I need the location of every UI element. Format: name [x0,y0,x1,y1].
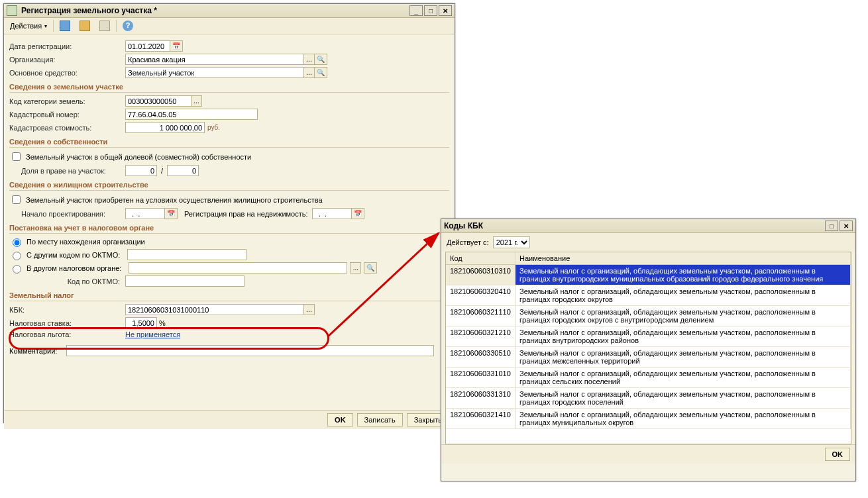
rate-label: Налоговая ставка: [9,319,125,327]
reg-rights-picker[interactable]: 📅 [351,208,364,219]
footer: OK Записать Закрыть [4,410,455,429]
benefit-link[interactable]: Не применяется [125,330,180,338]
cell-name: Земельный налог с организаций, обладающи… [515,347,851,367]
asset-open-button[interactable]: 🔍 [314,67,327,78]
grid-header: Код Наименование [446,252,851,265]
tax-authority-open-button[interactable]: 🔍 [364,262,377,274]
asset-label: Основное средство: [9,69,125,77]
taxreg-label-1: По месту нахождения организации [27,238,145,246]
form-body: Дата регистрации: 📅 Организация: ... 🔍 О… [4,34,455,410]
comment-label: Комментарий: [9,347,66,355]
table-row[interactable]: 18210606032​1210Земельный налог с органи… [446,326,851,347]
design-start-label: Начало проектирования: [9,210,125,218]
reg-rights-input[interactable] [312,208,352,219]
section-tax-registration: Постановка на учет в налоговом органе [9,224,449,234]
kbk-select-button[interactable]: ... [303,304,315,315]
help-button[interactable]: ? [119,19,136,33]
refresh-button[interactable] [76,19,93,33]
registration-window: Регистрация земельного участка * _ □ ✕ Д… [3,3,455,423]
table-row[interactable]: 18210606033​0510Земельный налог с органи… [446,347,851,368]
filter-row: Действует с: 2021 г. [441,233,855,252]
tax-authority-select-button[interactable]: ... [350,262,361,274]
oktmo-label: Код по ОКТМО: [9,277,125,285]
share-label: Доля в праве на участок: [9,167,125,175]
date-input[interactable] [125,40,170,52]
cell-name: Земельный налог с организаций, обладающи… [515,368,851,387]
shared-ownership-checkbox[interactable] [12,152,21,161]
org-input[interactable] [125,54,304,65]
cat-code-select-button[interactable]: ... [191,95,202,107]
date-picker-button[interactable]: 📅 [170,40,183,52]
kbk-maximize-button[interactable]: □ [825,221,838,231]
percent-label: % [159,319,166,327]
save-button[interactable] [56,19,74,33]
benefit-label: Налоговая льгота: [9,330,125,338]
cell-name: Земельный налог с организаций, обладающи… [515,326,851,346]
org-open-button[interactable]: 🔍 [314,54,327,65]
toolbar: Действия▾ ? [4,18,455,34]
comment-input[interactable] [66,345,434,356]
refresh-icon [80,21,90,31]
currency-label: руб. [207,124,220,131]
design-start-input[interactable] [125,208,165,219]
help-icon: ? [123,21,133,31]
minimize-button[interactable]: _ [409,5,423,16]
taxreg-radio-2[interactable] [13,252,21,260]
titlebar[interactable]: Регистрация земельного участка * _ □ ✕ [4,4,455,18]
kbk-codes-window: Коды КБК □ ✕ Действует с: 2021 г. Код На… [441,219,856,481]
window-title: Регистрация земельного участка * [21,6,157,15]
taxreg-radio-3[interactable] [13,265,21,274]
maximize-button[interactable]: □ [424,5,437,16]
date-label: Дата регистрации: [9,42,125,50]
grid-blank-space [446,429,851,444]
cadastral-no-input[interactable] [125,109,258,120]
taxreg-radio-1[interactable] [13,238,21,247]
cadastral-val-input[interactable] [125,122,205,133]
doc-button[interactable] [96,19,113,33]
cell-code: 18210606032​1410 [446,409,515,428]
table-row[interactable]: 18210606033​1010Земельный налог с органи… [446,368,851,388]
grid-body: 18210606031​0310Земельный налог с органи… [446,265,851,429]
tax-authority-input[interactable] [129,262,347,274]
kbk-close-button[interactable]: ✕ [840,221,853,231]
design-start-picker[interactable]: 📅 [164,208,178,219]
share-den-input[interactable] [167,165,199,176]
rate-input[interactable] [125,317,157,328]
reg-rights-label: Регистрация прав на недвижимость: [184,210,308,218]
actions-menu[interactable]: Действия▾ [7,20,50,32]
header-name[interactable]: Наименование [515,252,851,264]
asset-select-button[interactable]: ... [303,67,315,78]
housing-checkbox[interactable] [12,195,21,204]
kbk-ok-button[interactable]: OK [825,448,851,461]
table-row[interactable]: 18210606033​1310Земельный налог с органи… [446,388,851,409]
write-button[interactable]: Записать [357,413,403,426]
asset-input[interactable] [125,67,304,78]
doc-icon [99,21,110,31]
header-code[interactable]: Код [446,252,515,264]
year-combo[interactable]: 2021 г. [493,236,530,248]
taxreg-label-2: С другим кодом по ОКТМО: [27,251,120,259]
kbk-grid: Код Наименование 18210606031​0310Земельн… [445,252,851,444]
oktmo-other-input[interactable] [127,249,246,260]
kbk-footer: OK [441,444,855,464]
close-button[interactable]: ✕ [439,5,452,16]
cell-name: Земельный налог с организаций, обладающи… [515,306,851,326]
table-row[interactable]: 18210606032​1110Земельный налог с органи… [446,306,851,326]
table-row[interactable]: 18210606032​1410Земельный налог с органи… [446,409,851,429]
oktmo-input[interactable] [125,275,244,287]
cell-name: Земельный налог с организаций, обладающи… [515,265,851,285]
org-select-button[interactable]: ... [303,54,315,65]
kbk-titlebar[interactable]: Коды КБК □ ✕ [441,219,855,233]
share-num-input[interactable] [125,165,157,176]
table-row[interactable]: 18210606031​0310Земельный налог с органи… [446,265,851,285]
section-land-tax: Земельный налог [9,291,449,301]
ok-button[interactable]: OK [327,413,353,426]
table-row[interactable]: 18210606032​0410Земельный налог с органи… [446,285,851,306]
kbk-input[interactable] [125,304,304,315]
cat-code-label: Код категории земель: [9,97,125,105]
housing-label: Земельный участок приобретен на условиях… [26,196,323,204]
save-icon [60,21,70,31]
cat-code-input[interactable] [125,95,191,107]
cell-code: 18210606032​1210 [446,326,515,346]
section-ownership: Сведения о собственности [9,138,449,148]
